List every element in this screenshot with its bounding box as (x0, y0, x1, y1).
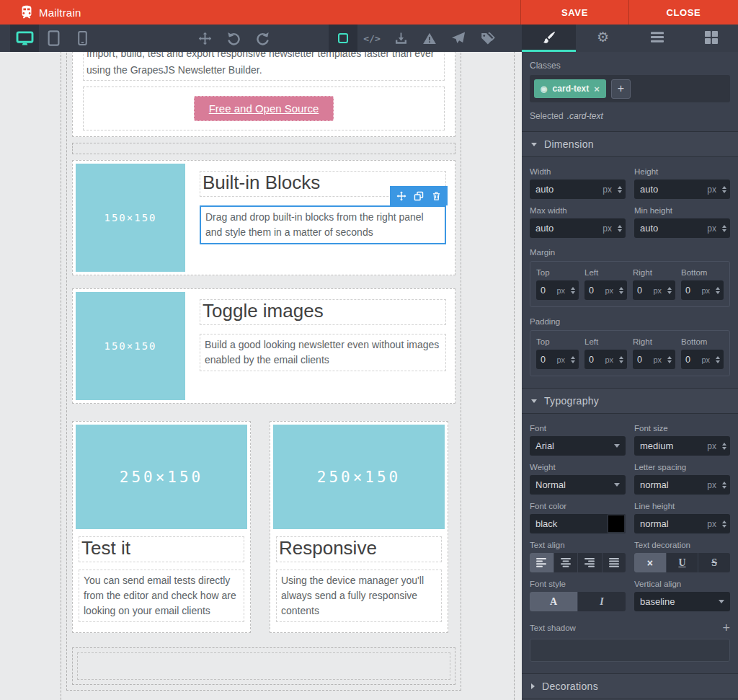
add-class-button[interactable]: + (611, 79, 631, 99)
toggle-borders-button[interactable] (329, 25, 357, 52)
style-italic-button[interactable]: I (578, 592, 626, 611)
decoration-none-button[interactable]: × (634, 553, 667, 572)
empty-footer-cell[interactable] (77, 652, 450, 680)
margin-top-stepper[interactable] (567, 280, 579, 300)
margin-left-stepper[interactable] (615, 280, 627, 300)
padding-right-input[interactable]: 0px (633, 350, 675, 369)
letter-spacing-input[interactable]: normal px (634, 475, 730, 495)
tab-settings[interactable]: ⚙ (576, 25, 630, 52)
tab-layers[interactable] (630, 25, 684, 52)
card-title[interactable]: Toggle images (200, 299, 446, 325)
font-color-input[interactable]: black (530, 514, 626, 533)
save-button[interactable]: SAVE (520, 0, 628, 25)
width-input[interactable]: auto px (530, 180, 626, 199)
send-test-button[interactable] (444, 25, 473, 52)
import-button[interactable] (386, 25, 415, 52)
placeholder-image[interactable]: 250×150 (273, 425, 445, 529)
device-desktop-button[interactable] (10, 25, 39, 52)
tab-blocks[interactable] (684, 25, 738, 52)
warning-button[interactable] (415, 25, 444, 52)
merge-tags-button[interactable] (473, 25, 502, 52)
card-title[interactable]: Responsive (276, 536, 442, 562)
newsletter-container[interactable]: Import, build, test and export responsiv… (66, 52, 461, 691)
padding-top-input[interactable]: 0px (536, 350, 579, 369)
padding-bottom-input[interactable]: 0px (681, 350, 724, 369)
component-copy-button[interactable] (410, 186, 427, 205)
letter-spacing-stepper[interactable] (719, 475, 730, 495)
decoration-strikethrough-button[interactable]: S (698, 553, 730, 572)
class-tag-card-text[interactable]: ◉ card-text × (534, 79, 606, 98)
margin-bottom-input[interactable]: 0px (681, 280, 724, 300)
vertical-align-select[interactable]: baseline (634, 592, 730, 611)
selected-card-text[interactable]: Drag and drop built-in blocks from the r… (200, 205, 446, 244)
align-justify-button[interactable] (603, 553, 626, 572)
empty-row[interactable] (72, 143, 455, 154)
card-text[interactable]: Using the device manager you'll always s… (276, 570, 442, 622)
tab-style-manager[interactable] (522, 25, 576, 52)
class-target-icon[interactable]: ◉ (541, 84, 548, 94)
class-remove-icon[interactable]: × (594, 84, 600, 94)
close-button[interactable]: CLOSE (628, 0, 738, 25)
component-delete-button[interactable] (427, 186, 445, 205)
padding-left-stepper[interactable] (615, 350, 627, 369)
responsive-card[interactable]: 250×150 Responsive Using the device mana… (270, 421, 448, 633)
intro-text[interactable]: Import, build, test and export responsiv… (83, 52, 445, 81)
max-width-input[interactable]: auto px (530, 218, 626, 238)
margin-bottom-stepper[interactable] (712, 280, 724, 300)
align-center-button[interactable] (554, 553, 579, 572)
height-input[interactable]: auto px (634, 180, 730, 199)
button-cell[interactable]: Free and Open Source (83, 87, 445, 130)
placeholder-image[interactable]: 150×150 (76, 292, 185, 400)
padding-left-input[interactable]: 0px (584, 350, 627, 369)
open-source-button[interactable]: Free and Open Source (194, 96, 334, 121)
line-height-stepper[interactable] (719, 514, 730, 533)
editor-canvas[interactable]: Import, build, test and export responsiv… (0, 52, 522, 700)
margin-right-stepper[interactable] (664, 280, 675, 300)
margin-top-input[interactable]: 0px (536, 280, 579, 300)
card-title[interactable]: Test it (79, 536, 244, 562)
section-dimension-header[interactable]: Dimension (522, 131, 738, 157)
width-stepper[interactable] (614, 180, 626, 199)
margin-right-input[interactable]: 0px (633, 280, 675, 300)
text-shadow-layers[interactable] (530, 639, 730, 662)
component-move-button[interactable] (393, 186, 410, 205)
weight-select[interactable]: Normal (530, 475, 626, 495)
classes-field[interactable]: ◉ card-text × + (530, 75, 730, 102)
fullscreen-move-button[interactable] (190, 25, 219, 52)
test-it-card[interactable]: 250×150 Test it You can send email tests… (72, 421, 251, 633)
font-select[interactable]: Arial (530, 436, 626, 456)
add-text-shadow-button[interactable]: + (722, 621, 730, 634)
redo-button[interactable] (248, 25, 277, 52)
padding-right-stepper[interactable] (664, 350, 675, 369)
padding-bottom-stepper[interactable] (712, 350, 724, 369)
height-stepper[interactable] (719, 180, 730, 199)
placeholder-image[interactable]: 150×150 (76, 164, 185, 272)
max-width-stepper[interactable] (614, 218, 626, 238)
device-mobile-button[interactable] (68, 25, 97, 52)
toggle-images-card[interactable]: 150×150 Toggle images Build a good looki… (72, 288, 455, 404)
card-text[interactable]: You can send email tests directly from t… (79, 570, 244, 622)
intro-section[interactable]: Import, build, test and export responsiv… (72, 52, 455, 137)
align-left-button[interactable] (530, 553, 554, 572)
min-height-input[interactable]: auto px (634, 218, 730, 238)
style-normal-button[interactable]: A (530, 592, 578, 611)
line-height-input[interactable]: normal px (634, 514, 730, 533)
section-decorations-header[interactable]: Decorations (522, 673, 738, 699)
margin-left-input[interactable]: 0px (584, 280, 627, 300)
padding-top-stepper[interactable] (567, 350, 579, 369)
font-size-stepper[interactable] (719, 436, 730, 456)
min-height-stepper[interactable] (719, 218, 730, 238)
newsletter-body[interactable]: Import, build, test and export responsiv… (61, 52, 515, 700)
empty-footer-row[interactable] (72, 647, 455, 685)
color-swatch[interactable] (607, 514, 626, 533)
align-right-button[interactable] (578, 553, 603, 572)
decoration-underline-button[interactable]: U (667, 553, 699, 572)
card-text[interactable]: Build a good looking newsletter even wit… (200, 334, 446, 371)
font-size-input[interactable]: medium px (634, 436, 730, 456)
undo-button[interactable] (219, 25, 248, 52)
device-tablet-button[interactable] (39, 25, 68, 52)
placeholder-image[interactable]: 250×150 (76, 425, 247, 529)
open-code-button[interactable]: </> (357, 25, 386, 52)
section-typography-header[interactable]: Typography (522, 388, 738, 414)
builtin-blocks-card[interactable]: 150×150 Built-in Blocks (72, 160, 455, 275)
